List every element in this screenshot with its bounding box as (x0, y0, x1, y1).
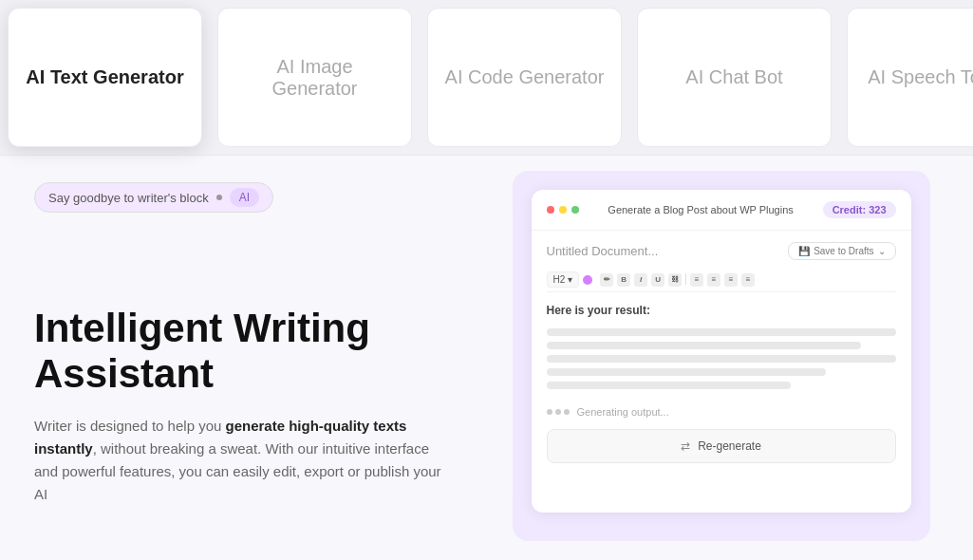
nav-card-label: AI Speech To Text (868, 66, 973, 88)
heading-level: H2 (553, 274, 566, 285)
doc-title-text: Untitled Document... (547, 244, 659, 258)
align-right-icon[interactable]: ≡ (724, 273, 738, 287)
regenerate-button[interactable]: ⇄ Re-generate (547, 429, 896, 463)
nav-card-label: AI Code Generator (445, 66, 605, 88)
credit-badge: Credit: 323 (823, 201, 896, 218)
gen-dots (547, 409, 570, 415)
skeleton-line-2 (547, 342, 861, 349)
nav-card-label: AI Image Generator (234, 56, 396, 100)
chevron-down-icon: ▾ (568, 274, 572, 285)
nav-card-ai-text-generator[interactable]: AI Text Generator (8, 8, 202, 147)
preview-card: Generate a Blog Post about WP Plugins Cr… (532, 190, 911, 513)
left-panel: Say goodbye to writer's block AI Intelli… (0, 156, 484, 560)
preview-dots (547, 206, 579, 214)
preview-card-wrapper: Generate a Blog Post about WP Plugins Cr… (513, 171, 930, 541)
dot-green (571, 206, 579, 214)
toolbar-icons: ✏ B I U ⛓ ≡ ≡ ≡ ≡ (600, 273, 755, 287)
regen-icon: ⇄ (681, 439, 690, 453)
color-picker-icon[interactable] (583, 275, 592, 285)
hero-description: Writer is designed to help you generate … (34, 415, 450, 506)
preview-header: Generate a Blog Post about WP Plugins Cr… (532, 190, 911, 231)
right-panel: Generate a Blog Post about WP Plugins Cr… (484, 156, 973, 560)
italic-icon[interactable]: I (634, 273, 647, 287)
badge-text: Say goodbye to writer's block (48, 191, 209, 205)
writer-block-badge: Say goodbye to writer's block AI (34, 182, 273, 213)
chevron-down-icon: ⌄ (878, 246, 886, 256)
underline-icon[interactable]: U (651, 273, 664, 287)
nav-card-ai-chat-bot[interactable]: AI Chat Bot (637, 8, 832, 147)
align-justify-icon[interactable]: ≡ (741, 273, 755, 287)
save-label: Save to Drafts (814, 246, 873, 256)
nav-card-ai-code-generator[interactable]: AI Code Generator (427, 8, 622, 147)
nav-card-label: AI Text Generator (26, 66, 183, 88)
toolbar-divider (685, 273, 686, 285)
dot-red (547, 206, 554, 214)
link-icon[interactable]: ⛓ (668, 273, 682, 287)
skeleton-lines (547, 328, 896, 389)
skeleton-line-1 (547, 328, 896, 336)
nav-card-label: AI Chat Bot (685, 66, 782, 88)
nav-cards: AI Text Generator AI Image Generator AI … (0, 0, 973, 156)
nav-card-ai-image-generator[interactable]: AI Image Generator (217, 8, 412, 147)
generating-text: Generating output... (577, 406, 669, 418)
skeleton-line-5 (547, 382, 792, 389)
gen-dot-3 (564, 409, 570, 415)
save-to-drafts-button[interactable]: 💾 Save to Drafts ⌄ (788, 242, 895, 260)
skeleton-line-4 (547, 368, 826, 376)
hero-title: Intelligent Writing Assistant (34, 306, 450, 398)
badge-ai-label: AI (230, 188, 259, 207)
save-icon: 💾 (798, 246, 810, 256)
hero-desc-normal: Writer is designed to help you (34, 418, 226, 434)
badge-dot (216, 195, 222, 200)
align-left-icon[interactable]: ≡ (690, 273, 703, 287)
gen-dot-2 (555, 409, 561, 415)
toolbar: H2 ▾ ✏ B I U ⛓ ≡ ≡ (547, 268, 896, 292)
doc-title-row: Untitled Document... 💾 Save to Drafts ⌄ (547, 242, 896, 260)
result-label: Here is your result: (547, 304, 896, 317)
regen-label: Re-generate (698, 439, 761, 453)
badge-row: Say goodbye to writer's block AI (34, 182, 450, 213)
toolbar-heading-select[interactable]: H2 ▾ (547, 271, 580, 288)
nav-card-ai-speech-to-text[interactable]: AI Speech To Text (847, 8, 973, 147)
preview-body: Untitled Document... 💾 Save to Drafts ⌄ … (532, 231, 911, 513)
bold-icon[interactable]: B (617, 273, 630, 287)
hero-desc-rest: , without breaking a sweat. With our int… (34, 440, 441, 502)
skeleton-line-3 (547, 355, 896, 363)
preview-header-title: Generate a Blog Post about WP Plugins (608, 204, 793, 215)
generating-row: Generating output... (547, 402, 896, 421)
align-center-icon[interactable]: ≡ (707, 273, 720, 287)
gen-dot-1 (547, 409, 552, 415)
main-content: Say goodbye to writer's block AI Intelli… (0, 156, 973, 560)
dot-yellow (559, 206, 567, 214)
pencil-icon[interactable]: ✏ (600, 273, 613, 287)
